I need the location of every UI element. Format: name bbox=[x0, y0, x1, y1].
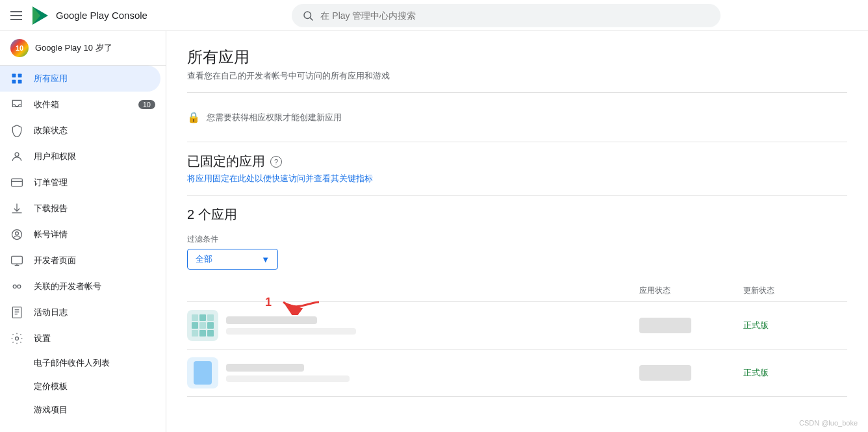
orders-label: 订单管理 bbox=[34, 177, 68, 188]
app-name-area-1 bbox=[226, 316, 356, 335]
app-name-blurred-1 bbox=[226, 316, 317, 324]
apps-icon bbox=[10, 72, 23, 85]
app-icon-grid bbox=[189, 312, 216, 339]
divider-1 bbox=[187, 92, 847, 93]
svg-point-2 bbox=[304, 12, 311, 19]
google-10-badge: 10 bbox=[10, 39, 29, 57]
table-row[interactable]: 正式版 bbox=[187, 349, 847, 397]
page-subtitle: 查看您在自己的开发者帐号中可访问的所有应用和游戏 bbox=[187, 70, 847, 82]
users-label: 用户和权限 bbox=[34, 151, 76, 162]
sidebar-sub-email-list[interactable]: 电子邮件收件人列表 bbox=[0, 351, 166, 375]
permission-notice: 🔒 您需要获得相应权限才能创建新应用 bbox=[187, 103, 847, 131]
col-status-header: 应用状态 bbox=[639, 285, 743, 296]
svg-rect-5 bbox=[18, 74, 22, 78]
apps-table: 1 bbox=[187, 302, 847, 397]
app-id-blurred-2 bbox=[226, 375, 350, 382]
apps-count-title: 2 个应用 bbox=[187, 206, 847, 223]
app-status-placeholder-1 bbox=[639, 318, 743, 333]
svg-point-13 bbox=[16, 232, 19, 235]
person-icon bbox=[10, 150, 23, 163]
sidebar-item-account[interactable]: 帐号详情 bbox=[0, 222, 166, 248]
policy-label: 政策状态 bbox=[34, 125, 68, 136]
filter-label: 过滤条件 bbox=[187, 234, 847, 245]
status-badge-1: 正式版 bbox=[743, 320, 769, 330]
account-label: 帐号详情 bbox=[34, 229, 68, 240]
email-list-label: 电子邮件收件人列表 bbox=[34, 357, 110, 369]
search-icon bbox=[302, 10, 314, 21]
sidebar-sub-games[interactable]: 游戏项目 bbox=[0, 398, 166, 422]
svg-line-3 bbox=[311, 18, 313, 20]
app-info-2 bbox=[187, 357, 639, 388]
status-bg-1 bbox=[639, 318, 691, 333]
col-update-header: 更新状态 bbox=[743, 285, 847, 296]
linked-label: 关联的开发者帐号 bbox=[34, 281, 101, 292]
pricing-label: 定价模板 bbox=[34, 381, 68, 392]
app-icon-bar bbox=[194, 361, 212, 385]
search-bar[interactable] bbox=[292, 4, 721, 27]
svg-point-24 bbox=[16, 337, 19, 340]
receipt-icon bbox=[10, 306, 23, 319]
pinned-subtitle[interactable]: 将应用固定在此处以便快速访问并查看其关键指标 bbox=[187, 173, 847, 184]
app-name-blurred-2 bbox=[226, 364, 304, 372]
sidebar-sub-pricing[interactable]: 定价模板 bbox=[0, 375, 166, 398]
pinned-section-title: 已固定的应用 ? bbox=[187, 153, 847, 170]
app-id-blurred-1 bbox=[226, 328, 356, 335]
dropdown-arrow-icon: ▼ bbox=[261, 255, 270, 264]
app-info-1 bbox=[187, 310, 639, 341]
table-header: 应用状态 更新状态 bbox=[187, 280, 847, 302]
filter-value: 全部 bbox=[196, 253, 212, 265]
settings-label: 设置 bbox=[34, 333, 51, 344]
status-badge-2: 正式版 bbox=[743, 368, 769, 377]
divider-2 bbox=[187, 142, 847, 142]
lock-icon: 🔒 bbox=[187, 111, 200, 123]
sidebar-item-orders[interactable]: 订单管理 bbox=[0, 170, 166, 196]
sidebar-item-inbox[interactable]: 收件箱 10 bbox=[0, 92, 166, 118]
menu-button[interactable] bbox=[10, 11, 22, 20]
status-bg-2 bbox=[639, 365, 691, 381]
content-area: 所有应用 查看您在自己的开发者帐号中可访问的所有应用和游戏 🔒 您需要获得相应权… bbox=[166, 31, 868, 432]
sidebar-item-users[interactable]: 用户和权限 bbox=[0, 144, 166, 170]
games-label: 游戏项目 bbox=[34, 404, 68, 416]
download-icon bbox=[10, 202, 23, 215]
permission-text: 您需要获得相应权限才能创建新应用 bbox=[207, 112, 342, 123]
table-row[interactable]: 正式版 bbox=[187, 302, 847, 349]
inbox-badge: 10 bbox=[138, 100, 155, 109]
sidebar-item-activity[interactable]: 活动日志 bbox=[0, 299, 166, 325]
app-icon-2 bbox=[187, 357, 218, 388]
divider-3 bbox=[187, 195, 847, 196]
filter-dropdown[interactable]: 全部 ▼ bbox=[187, 249, 278, 270]
sidebar-item-developer[interactable]: 开发者页面 bbox=[0, 248, 166, 273]
inbox-icon bbox=[10, 98, 23, 111]
banner-text: Google Play 10 岁了 bbox=[35, 42, 112, 54]
svg-rect-9 bbox=[12, 179, 23, 186]
sidebar-item-downloads[interactable]: 下载报告 bbox=[0, 196, 166, 222]
logo-text: Google Play Console bbox=[56, 10, 147, 21]
link-icon bbox=[10, 280, 23, 293]
sidebar-item-policy[interactable]: 政策状态 bbox=[0, 118, 166, 144]
developer-icon bbox=[10, 254, 23, 267]
sidebar-item-all-apps[interactable]: 所有应用 bbox=[0, 66, 160, 92]
app-icon-1 bbox=[187, 310, 218, 341]
watermark: CSDN @luo_boke bbox=[799, 419, 858, 427]
badge-circle: 10 bbox=[10, 39, 29, 57]
downloads-label: 下载报告 bbox=[34, 203, 68, 214]
logo-area: Google Play Console bbox=[30, 5, 147, 26]
top-header: Google Play Console bbox=[0, 0, 868, 31]
sidebar: 10 Google Play 10 岁了 所有应用 收件箱 10 政策状态 bbox=[0, 31, 166, 432]
inbox-label: 收件箱 bbox=[34, 99, 59, 110]
shield-icon bbox=[10, 124, 23, 137]
search-input[interactable] bbox=[320, 10, 710, 21]
app-status-text-1: 正式版 bbox=[743, 320, 847, 331]
activity-label: 活动日志 bbox=[34, 307, 68, 318]
svg-rect-14 bbox=[12, 256, 23, 264]
sidebar-item-settings[interactable]: 设置 bbox=[0, 325, 166, 351]
svg-rect-6 bbox=[12, 80, 16, 84]
sidebar-banner: 10 Google Play 10 岁了 bbox=[0, 31, 166, 66]
all-apps-label: 所有应用 bbox=[34, 73, 68, 84]
sidebar-item-linked[interactable]: 关联的开发者帐号 bbox=[0, 273, 166, 299]
settings-icon bbox=[10, 332, 23, 345]
developer-label: 开发者页面 bbox=[34, 255, 76, 266]
help-icon[interactable]: ? bbox=[270, 156, 282, 168]
app-name-area-2 bbox=[226, 364, 350, 382]
google-play-logo bbox=[30, 5, 51, 26]
